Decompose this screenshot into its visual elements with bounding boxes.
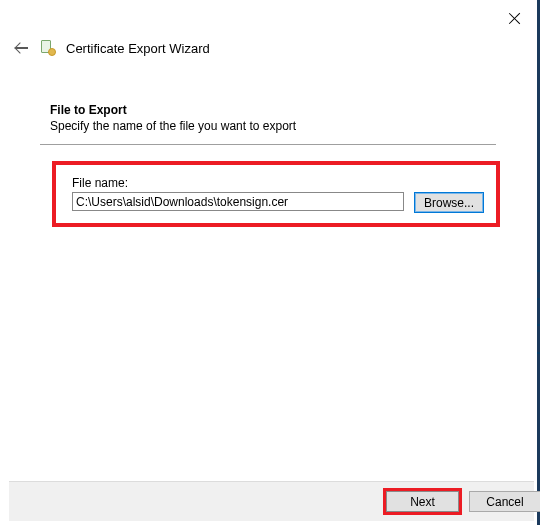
filename-label: File name:	[72, 176, 128, 190]
certificate-icon	[40, 40, 56, 56]
browse-button[interactable]: Browse...	[414, 192, 484, 213]
section-heading: File to Export	[50, 103, 296, 117]
section-subtext: Specify the name of the file you want to…	[50, 119, 296, 133]
filename-input[interactable]	[72, 192, 404, 211]
divider	[40, 144, 496, 145]
wizard-header: Certificate Export Wizard	[14, 40, 210, 56]
cancel-button[interactable]: Cancel	[469, 491, 540, 512]
wizard-title: Certificate Export Wizard	[66, 41, 210, 56]
back-arrow-icon[interactable]	[14, 42, 30, 54]
close-icon[interactable]	[508, 12, 522, 26]
next-highlight: Next	[383, 488, 462, 515]
section-header: File to Export Specify the name of the f…	[50, 103, 296, 133]
wizard-footer: Next Cancel	[9, 481, 534, 521]
next-button[interactable]: Next	[386, 491, 459, 512]
